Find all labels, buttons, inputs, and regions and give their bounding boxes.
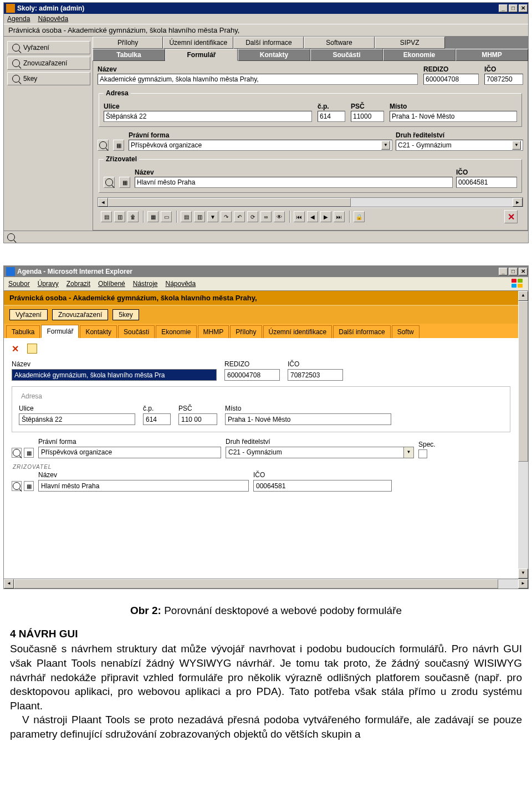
tool-table-icon[interactable]: ▤ bbox=[181, 211, 192, 222]
scroll-thumb[interactable] bbox=[108, 198, 351, 207]
druhreditelstvi-select[interactable]: C21 - Gymnázium▼ bbox=[396, 140, 523, 151]
menu-soubor[interactable]: Soubor bbox=[8, 280, 30, 288]
misto-input[interactable] bbox=[225, 413, 391, 425]
misto-input[interactable] bbox=[390, 111, 517, 122]
pravniforma-select[interactable]: Příspěvková organizace▼ bbox=[129, 140, 392, 151]
scroll-right-button[interactable]: ► bbox=[513, 198, 523, 207]
tool-delete-icon[interactable]: 🗑 bbox=[127, 211, 139, 222]
lookup-icon[interactable] bbox=[104, 177, 115, 188]
druhreditelstvi-select[interactable]: C21 - Gymnázium▼ bbox=[226, 447, 414, 458]
menu-nastroje[interactable]: Nástroje bbox=[133, 280, 158, 288]
scroll-thumb[interactable] bbox=[14, 579, 498, 589]
scroll-left-button[interactable]: ◄ bbox=[98, 198, 108, 207]
detail-icon[interactable]: ▦ bbox=[24, 448, 34, 458]
cp-input[interactable] bbox=[318, 111, 345, 122]
tool-export-icon[interactable]: ↷ bbox=[221, 211, 232, 222]
nav-first-icon[interactable]: ⏮ bbox=[294, 211, 305, 222]
tab-software[interactable]: Software bbox=[304, 37, 374, 49]
maximize-button[interactable]: □ bbox=[509, 268, 518, 275]
ico-input[interactable] bbox=[288, 369, 343, 381]
tab-uzemni[interactable]: Územní identifikace bbox=[163, 37, 233, 49]
chip-znovuzarazeni[interactable]: Znovuzařazení bbox=[52, 309, 108, 320]
tab-soucasti[interactable]: Součásti bbox=[118, 325, 155, 338]
detail-icon[interactable]: ▦ bbox=[113, 140, 124, 151]
titlebar[interactable]: Agenda - Microsoft Internet Explorer _ □… bbox=[4, 266, 528, 277]
tab-softw[interactable]: Softw bbox=[392, 325, 420, 338]
scroll-track[interactable] bbox=[108, 198, 513, 207]
tab-mhmp[interactable]: MHMP bbox=[198, 325, 229, 338]
minimize-button[interactable]: _ bbox=[499, 268, 508, 275]
close-button[interactable]: ✕ bbox=[519, 4, 528, 12]
tool-new-icon[interactable]: ▤ bbox=[101, 211, 112, 222]
detail-icon[interactable]: ▦ bbox=[119, 177, 130, 188]
zriz-ico-input[interactable] bbox=[253, 480, 392, 492]
menu-zobrazit[interactable]: Zobrazit bbox=[66, 280, 90, 288]
tool-refresh-icon[interactable]: ⟳ bbox=[247, 211, 258, 222]
lookup-icon[interactable] bbox=[98, 140, 109, 151]
tool-import-icon[interactable]: ↶ bbox=[234, 211, 245, 222]
tab-prilohy[interactable]: Přílohy bbox=[230, 325, 262, 338]
scroll-down-button[interactable]: ▼ bbox=[518, 569, 528, 579]
menu-oblibene[interactable]: Oblíbené bbox=[98, 280, 125, 288]
tool-view-icon[interactable]: 👁 bbox=[274, 211, 285, 222]
tool-link-icon[interactable]: ∞ bbox=[260, 211, 272, 222]
tab-sipvz[interactable]: SIPVZ bbox=[375, 37, 445, 49]
tab-prilohy[interactable]: Přílohy bbox=[93, 37, 163, 49]
zriz-nazev-input[interactable] bbox=[38, 480, 249, 492]
vscroll[interactable]: ▲ ▼ bbox=[518, 291, 528, 579]
lookup-icon[interactable] bbox=[12, 448, 22, 458]
tab-dalsi[interactable]: Další informace bbox=[333, 325, 390, 338]
psc-input[interactable] bbox=[351, 111, 384, 122]
menu-agenda[interactable]: Agenda bbox=[7, 15, 30, 23]
tab-ekonomie[interactable]: Ekonomie bbox=[156, 325, 196, 338]
chip-vyrazeni[interactable]: Vyřazení bbox=[9, 309, 48, 320]
psc-input[interactable] bbox=[178, 413, 217, 425]
tab-kontakty[interactable]: Kontakty bbox=[80, 325, 117, 338]
scroll-track[interactable] bbox=[518, 301, 528, 569]
detail-icon[interactable]: ▦ bbox=[24, 481, 34, 491]
lookup-icon[interactable] bbox=[12, 481, 22, 491]
tab-formular[interactable]: Formulář bbox=[165, 49, 238, 61]
tab-tabulka[interactable]: Tabulka bbox=[93, 49, 165, 61]
nav-next-icon[interactable]: ▶ bbox=[320, 211, 331, 222]
tool-filter-icon[interactable]: ▼ bbox=[207, 211, 218, 222]
ulice-input[interactable] bbox=[19, 413, 135, 425]
tab-mhmp[interactable]: MHMP bbox=[456, 49, 528, 61]
nav-last-icon[interactable]: ⏭ bbox=[334, 211, 345, 222]
sidebar-vyrazeni[interactable]: Vyřazení bbox=[7, 41, 90, 54]
nazev-input[interactable] bbox=[12, 369, 217, 381]
tool-form-icon[interactable]: ▭ bbox=[161, 211, 172, 222]
tab-soucasti[interactable]: Součásti bbox=[310, 49, 383, 61]
scroll-left-button[interactable]: ◄ bbox=[4, 579, 14, 589]
scroll-right-button[interactable]: ► bbox=[518, 579, 528, 589]
redizo-input[interactable] bbox=[423, 74, 479, 85]
scroll-track[interactable] bbox=[14, 579, 518, 589]
nazev-input[interactable] bbox=[98, 74, 418, 85]
menu-upravy[interactable]: Úpravy bbox=[38, 280, 59, 288]
hscroll[interactable]: ◄ ► bbox=[4, 579, 528, 589]
sidebar-znovuzarazeni[interactable]: Znovuzařazení bbox=[7, 57, 90, 70]
close-panel-button[interactable]: ✕ bbox=[504, 210, 518, 223]
tab-kontakty[interactable]: Kontakty bbox=[238, 49, 310, 61]
cp-input[interactable] bbox=[143, 413, 171, 425]
tool-lock-icon[interactable]: 🔒 bbox=[354, 211, 365, 222]
menu-napoveda[interactable]: Nápověda bbox=[38, 15, 68, 23]
save-icon[interactable] bbox=[27, 344, 37, 354]
tool-list-icon[interactable]: ▥ bbox=[194, 211, 205, 222]
tab-uzemni[interactable]: Územní identifikace bbox=[263, 325, 332, 338]
tab-formular[interactable]: Formulář bbox=[41, 325, 79, 338]
maximize-button[interactable]: □ bbox=[509, 4, 518, 12]
ulice-input[interactable] bbox=[104, 111, 312, 122]
tab-tabulka[interactable]: Tabulka bbox=[6, 325, 40, 338]
redizo-input[interactable] bbox=[224, 369, 280, 381]
pravniforma-select[interactable]: Příspěvková organizace bbox=[38, 447, 221, 458]
close-button[interactable]: ✕ bbox=[519, 268, 528, 275]
hscroll[interactable]: ◄ ► bbox=[98, 197, 523, 207]
spec-checkbox[interactable] bbox=[418, 449, 427, 458]
sidebar-5key[interactable]: 5key bbox=[7, 72, 90, 85]
menu-napoveda[interactable]: Nápověda bbox=[165, 280, 196, 288]
tab-ekonomie[interactable]: Ekonomie bbox=[383, 49, 456, 61]
zriz-nazev-input[interactable] bbox=[135, 177, 453, 188]
zriz-ico-input[interactable] bbox=[456, 177, 517, 188]
scroll-thumb[interactable] bbox=[518, 301, 528, 462]
